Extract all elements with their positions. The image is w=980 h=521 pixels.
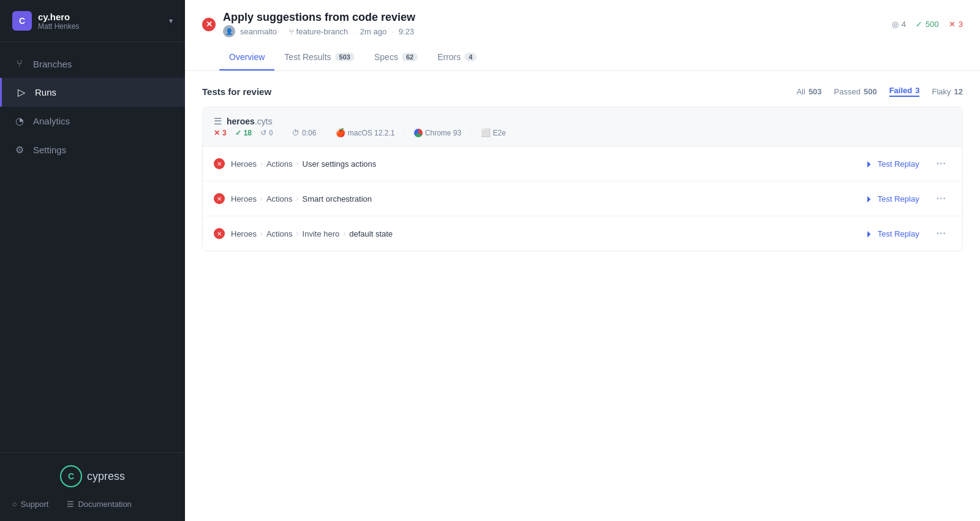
- stat-passed: ✓ 500: [916, 20, 939, 29]
- os-item: 🍎 macOS 12.2.1: [336, 128, 395, 137]
- file-icon: ☰: [214, 116, 222, 127]
- breadcrumb-sep: ›: [296, 229, 299, 238]
- sidebar-item-label: Settings: [33, 145, 66, 155]
- test-row: ✕ Heroes › Actions › Smart orchestration…: [203, 181, 962, 216]
- file-duration: 0:06: [302, 129, 316, 137]
- passed-icon: ✓: [916, 20, 922, 29]
- test-fail-icon-3: ✕: [214, 228, 225, 239]
- breadcrumb-2-2: Actions: [266, 194, 293, 203]
- type-item: ⬜ E2e: [481, 128, 506, 137]
- test-row-right-2: ⏵ Test Replay ···: [859, 190, 951, 207]
- sidebar-item-branches[interactable]: ⑂ Branches: [0, 50, 185, 78]
- test-row-right-1: ⏵ Test Replay ···: [859, 155, 951, 172]
- test-replay-button-1[interactable]: ⏵ Test Replay: [859, 156, 925, 172]
- meta-separator: ·: [282, 27, 284, 36]
- sidebar-item-label: Branches: [33, 59, 72, 69]
- breadcrumb-2-3: Smart orchestration: [303, 194, 372, 203]
- more-options-button-1[interactable]: ···: [932, 155, 951, 172]
- breadcrumb-1-3: User settings actions: [303, 159, 377, 169]
- topbar-title-row: ✕ Apply suggestions from code review 👤 s…: [202, 11, 963, 37]
- breadcrumb-sep: ›: [260, 159, 263, 168]
- tab-test-results-badge: 503: [335, 53, 355, 61]
- passed-count: 500: [925, 20, 939, 29]
- test-replay-button-3[interactable]: ⏵ Test Replay: [859, 226, 925, 241]
- breadcrumb-3-2: Actions: [266, 229, 293, 238]
- test-row-left-1: ✕ Heroes › Actions › User settings actio…: [214, 158, 859, 169]
- support-label: Support: [21, 500, 49, 509]
- breadcrumb-3-3: Invite hero: [303, 229, 340, 238]
- fail-count-item: ✕ 3: [214, 129, 227, 137]
- filter-failed[interactable]: Failed 3: [889, 86, 920, 97]
- more-options-button-3[interactable]: ···: [932, 225, 951, 242]
- fail-count: 3: [222, 129, 227, 137]
- filter-failed-count: 3: [915, 86, 919, 95]
- topbar-stats: ◎ 4 ✓ 500 ✕ 3: [892, 20, 963, 29]
- breadcrumb-2-1: Heroes: [231, 194, 257, 203]
- test-fail-icon-2: ✕: [214, 193, 225, 204]
- tab-specs-label: Specs: [374, 52, 398, 62]
- replay-label-3: Test Replay: [878, 229, 919, 238]
- filter-passed-count: 500: [864, 87, 877, 96]
- topbar-title-left: ✕ Apply suggestions from code review 👤 s…: [202, 11, 415, 37]
- meta-separator-2: ·: [353, 27, 355, 36]
- branch-name: feature-branch: [296, 27, 349, 36]
- breadcrumb-sep: ›: [296, 159, 299, 168]
- monitor-icon: ⬜: [481, 128, 491, 137]
- tab-specs[interactable]: Specs 62: [364, 45, 428, 70]
- file-info: ☰ heroes.cyts ✕ 3 ✓ 18: [214, 116, 506, 137]
- test-fail-icon-1: ✕: [214, 158, 225, 169]
- support-link[interactable]: ○ Support: [12, 500, 48, 509]
- author-avatar: 👤: [223, 25, 235, 37]
- branch-info: ⑂ feature-branch: [289, 27, 349, 36]
- filter-all[interactable]: All 503: [796, 87, 821, 96]
- breadcrumb-1-1: Heroes: [231, 159, 257, 169]
- filter-passed-label: Passed: [834, 87, 861, 96]
- filter-flaky[interactable]: Flaky 12: [932, 87, 963, 96]
- filter-flaky-count: 12: [954, 87, 963, 96]
- chrome-icon: [414, 129, 423, 137]
- time-ago: 2m ago: [360, 27, 386, 36]
- run-status-icon: ✕: [202, 18, 216, 31]
- chevron-down-icon: ▾: [169, 17, 173, 25]
- meta-separator-3: ·: [391, 27, 394, 36]
- replay-icon: ⏵: [865, 229, 874, 238]
- browser-item: Chrome 93: [414, 129, 461, 137]
- file-header: ☰ heroes.cyts ✕ 3 ✓ 18: [203, 107, 962, 146]
- section-title: Tests for review: [202, 86, 271, 97]
- duration: 9:23: [399, 27, 414, 36]
- test-row-right-3: ⏵ Test Replay ···: [859, 225, 951, 242]
- os-name: macOS 12.2.1: [348, 129, 395, 137]
- test-file-card: ☰ heroes.cyts ✕ 3 ✓ 18: [202, 107, 963, 251]
- pending-icon: ◎: [892, 20, 899, 29]
- file-meta: ✕ 3 ✓ 18 ↺ 0 · ⏱: [214, 128, 506, 137]
- browser-name: Chrome 93: [425, 129, 461, 137]
- pending-count: 4: [902, 20, 906, 29]
- test-breadcrumb-2: Heroes › Actions › Smart orchestration: [231, 194, 372, 203]
- test-breadcrumb-1: Heroes › Actions › User settings actions: [231, 159, 376, 169]
- sidebar-item-runs[interactable]: ▷ Runs: [0, 78, 185, 107]
- brand-text: cy.hero Matt Henkes: [38, 12, 79, 31]
- brand-user: Matt Henkes: [38, 22, 79, 31]
- docs-link[interactable]: ☰ Documentation: [67, 500, 131, 509]
- test-replay-button-2[interactable]: ⏵ Test Replay: [859, 191, 925, 207]
- tab-test-results[interactable]: Test Results 503: [274, 45, 364, 70]
- tab-overview[interactable]: Overview: [219, 45, 274, 70]
- tab-overview-label: Overview: [229, 52, 265, 62]
- sidebar-item-settings[interactable]: ⚙ Settings: [0, 135, 185, 164]
- sidebar-item-analytics[interactable]: ◔ Analytics: [0, 107, 185, 135]
- clock-icon: ⏱: [292, 129, 300, 137]
- more-options-button-2[interactable]: ···: [932, 190, 951, 207]
- test-breadcrumb-3: Heroes › Actions › Invite hero › default…: [231, 229, 393, 238]
- filter-all-label: All: [796, 87, 805, 96]
- filter-failed-label: Failed: [889, 86, 913, 95]
- analytics-icon: ◔: [13, 115, 26, 127]
- dot-sep-1: ·: [282, 129, 284, 137]
- tab-errors[interactable]: Errors 4: [428, 45, 486, 70]
- brand[interactable]: C cy.hero Matt Henkes: [12, 11, 79, 31]
- settings-icon: ⚙: [13, 144, 26, 156]
- tab-test-results-label: Test Results: [284, 52, 331, 62]
- stat-failed: ✕ 3: [949, 20, 963, 29]
- file-ext: .cyts: [255, 116, 273, 126]
- filter-passed[interactable]: Passed 500: [834, 87, 877, 96]
- dot-sep-2: ·: [325, 129, 326, 137]
